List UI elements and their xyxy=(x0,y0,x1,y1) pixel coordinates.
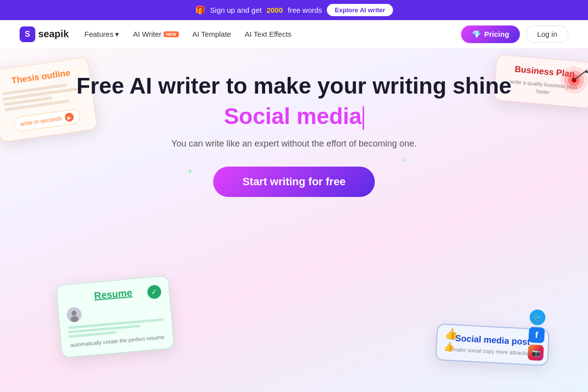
banner-highlight: 2000 xyxy=(267,6,283,14)
nav-right: 💎 Pricing Log in xyxy=(461,25,568,43)
logo-icon: S xyxy=(20,26,35,42)
ai-writer-label: AI Writer xyxy=(133,30,161,38)
cursor-icon xyxy=(363,106,364,130)
nav-item-features[interactable]: Features ▾ xyxy=(84,30,119,39)
hero-text: Free AI writer to make your writing shin… xyxy=(10,73,578,197)
twitter-icon: 🐦 xyxy=(529,309,546,326)
resume-card: Resume ✓ automatically create the perfec… xyxy=(56,275,174,358)
hero-title: Free AI writer to make your writing shin… xyxy=(10,73,578,99)
social-card-text: make social copy more attractive xyxy=(444,346,539,357)
resume-card-title: Resume xyxy=(65,284,161,304)
social-card-title: Social media post xyxy=(445,333,540,348)
facebook-icon: f xyxy=(528,327,545,343)
logo[interactable]: S seapik xyxy=(20,26,69,42)
pricing-label: Pricing xyxy=(484,30,509,38)
features-label: Features xyxy=(84,30,113,38)
banner-text-after: free words xyxy=(288,6,322,14)
chevron-down-icon: ▾ xyxy=(115,30,119,39)
hero-typed-line: Social media xyxy=(10,103,578,130)
pricing-button[interactable]: 💎 Pricing xyxy=(461,25,520,43)
ai-template-label: AI Template xyxy=(193,30,231,38)
top-banner: 🎁 Sign up and get 2000 free words Explor… xyxy=(0,0,588,20)
hero-section: Thesis outline write in seconds ▶ Busine… xyxy=(0,49,588,392)
logo-text: seapik xyxy=(38,28,69,40)
social-icons: 🐦 f 📷 xyxy=(527,309,545,361)
thumbs-up-icon: 👍 xyxy=(444,327,458,341)
instagram-icon: 📷 xyxy=(527,344,544,361)
explore-ai-writer-button[interactable]: Explore AI writer xyxy=(327,4,393,16)
hero-subtitle: You can write like an expert without the… xyxy=(10,139,578,149)
gift-icon: 🎁 xyxy=(195,5,205,15)
new-badge: NEW xyxy=(164,31,179,37)
nav-item-ai-template[interactable]: AI Template xyxy=(193,30,231,38)
pricing-icon: 💎 xyxy=(472,30,481,39)
login-button[interactable]: Log in xyxy=(526,25,568,43)
ai-text-effects-label: AI Text Effects xyxy=(245,30,291,38)
hero-typed-text: Social media xyxy=(10,103,578,130)
nav-links: Features ▾ AI Writer NEW AI Template AI … xyxy=(84,30,445,39)
navbar: S seapik Features ▾ AI Writer NEW AI Tem… xyxy=(0,20,588,49)
thumbs-up-small-icon: 👍 xyxy=(443,341,455,352)
nav-item-ai-text-effects[interactable]: AI Text Effects xyxy=(245,30,291,38)
social-card: Social media post make social copy more … xyxy=(435,323,550,366)
start-writing-button[interactable]: Start writing for free xyxy=(213,167,375,197)
nav-item-ai-writer[interactable]: AI Writer NEW xyxy=(133,30,178,38)
avatar-icon xyxy=(66,307,82,323)
banner-text-before: Sign up and get xyxy=(210,6,262,14)
resume-avatar xyxy=(66,307,82,323)
